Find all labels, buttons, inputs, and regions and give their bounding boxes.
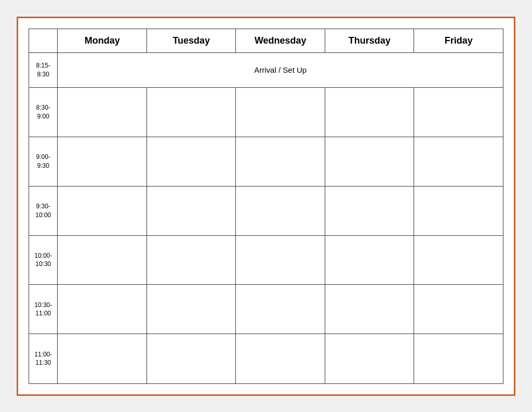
day-cell[interactable] [325,137,414,186]
table-row: 9:00- 9:30 [29,137,503,186]
table-row: 10:30- 11:00 [29,285,503,334]
time-cell: 10:00- 10:30 [29,235,58,285]
day-cell[interactable] [147,334,236,383]
day-cell[interactable] [147,235,236,285]
day-cell[interactable] [147,137,236,186]
day-cell[interactable] [58,235,147,285]
time-cell: 9:00- 9:30 [29,137,58,186]
day-cell[interactable] [236,137,325,186]
table-row: 11:00- 11:30 [29,334,503,383]
header-wednesday: Wednesday [236,29,325,52]
day-cell[interactable] [414,137,503,186]
time-cell: 9:30- 10:00 [29,186,58,235]
table-row: 8:15- 8:30Arrival / Set Up [29,52,503,87]
header-monday: Monday [58,29,147,52]
page-container: Monday Tuesday Wednesday Thursday Friday… [17,17,515,396]
calendar-table: Monday Tuesday Wednesday Thursday Friday… [29,29,503,384]
header-friday: Friday [414,29,503,52]
day-cell[interactable] [236,235,325,285]
day-cell[interactable] [414,235,503,285]
day-cell[interactable] [58,137,147,186]
day-cell[interactable] [325,87,414,137]
day-cell[interactable] [147,87,236,137]
table-row: 10:00- 10:30 [29,235,503,285]
time-cell: 10:30- 11:00 [29,285,58,334]
time-cell: 8:30- 9:00 [29,87,58,137]
day-cell[interactable] [58,186,147,235]
table-row: 9:30- 10:00 [29,186,503,235]
day-cell[interactable] [58,87,147,137]
header-tuesday: Tuesday [147,29,236,52]
day-cell[interactable] [325,235,414,285]
time-cell: 11:00- 11:30 [29,334,58,383]
header-thursday: Thursday [325,29,414,52]
day-cell[interactable] [58,285,147,334]
day-cell[interactable] [236,87,325,137]
day-cell[interactable] [147,186,236,235]
day-cell[interactable] [325,186,414,235]
day-cell[interactable] [325,285,414,334]
day-cell[interactable] [414,285,503,334]
day-cell[interactable] [414,87,503,137]
day-cell[interactable] [325,334,414,383]
table-row: 8:30- 9:00 [29,87,503,137]
header-time-col [29,29,58,52]
day-cell[interactable] [414,186,503,235]
day-cell[interactable] [147,285,236,334]
day-cell[interactable] [236,334,325,383]
day-cell[interactable] [236,186,325,235]
arrival-cell: Arrival / Set Up [58,52,503,87]
day-cell[interactable] [414,334,503,383]
day-cell[interactable] [58,334,147,383]
time-cell: 8:15- 8:30 [29,52,58,87]
day-cell[interactable] [236,285,325,334]
